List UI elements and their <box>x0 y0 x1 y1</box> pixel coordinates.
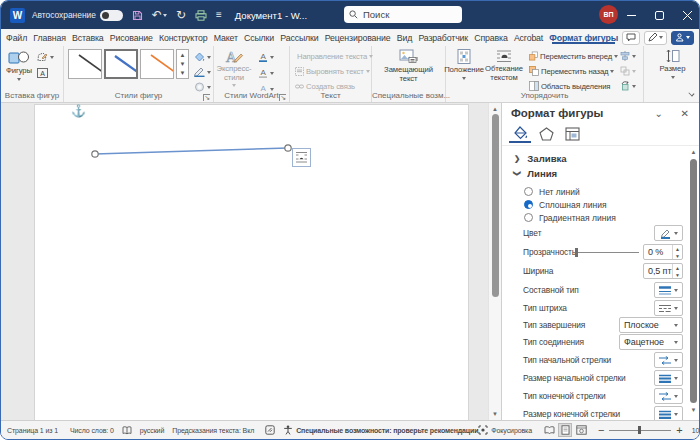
document-scrollbar-thumb[interactable] <box>492 114 499 297</box>
position-button[interactable]: Положение <box>446 46 482 92</box>
page-indicator[interactable]: Страница 1 из 1 <box>7 427 58 434</box>
zoom-out-button[interactable]: − <box>598 424 604 436</box>
word-logo-icon[interactable]: W <box>10 8 25 23</box>
panel-close-icon[interactable]: ✕ <box>681 108 689 119</box>
tab-design[interactable]: Конструктор <box>156 33 211 43</box>
shape-styles-dialog-launcher[interactable]: ↘ <box>203 94 210 101</box>
tab-mailings[interactable]: Рассылки <box>277 33 321 43</box>
selected-line-shape[interactable] <box>1 103 321 173</box>
scroll-down-icon[interactable]: ▼ <box>489 411 501 417</box>
language-indicator[interactable]: русский <box>140 427 164 434</box>
save-button[interactable] <box>132 10 143 21</box>
shape-styles-gallery-scroll[interactable]: ▲ ▼ ▼ <box>176 49 189 79</box>
panel-tab-fill-line[interactable] <box>509 124 531 143</box>
line-handle-end[interactable] <box>285 145 291 151</box>
transparency-slider-thumb[interactable] <box>575 248 578 257</box>
panel-scrollbar-thumb[interactable] <box>690 159 697 403</box>
tab-home[interactable]: Главная <box>30 33 69 43</box>
alt-text-button[interactable]: Замещающий текст <box>372 46 445 84</box>
read-mode-button[interactable] <box>542 423 556 437</box>
word-count[interactable]: Число слов: 0 <box>70 427 114 434</box>
shape-style-1[interactable] <box>68 49 102 79</box>
transparency-slider[interactable] <box>575 252 639 253</box>
tab-file[interactable]: Файл <box>3 33 30 43</box>
maximize-button[interactable] <box>647 1 671 29</box>
zoom-level[interactable]: 100 % <box>692 427 700 434</box>
undo-button[interactable]: ↶ <box>152 9 167 21</box>
web-layout-button[interactable] <box>574 423 588 437</box>
tab-layout[interactable]: Макет <box>211 33 241 43</box>
line-color-button[interactable] <box>654 225 683 241</box>
redo-button[interactable]: ↻ <box>176 9 186 21</box>
begin-arrow-type-dropdown[interactable] <box>654 352 683 368</box>
compound-type-dropdown[interactable] <box>654 282 683 298</box>
zoom-slider[interactable] <box>609 425 671 435</box>
minimize-button[interactable] <box>619 1 643 29</box>
tab-insert[interactable]: Вставка <box>69 33 107 43</box>
customize-quick-access-button[interactable]: ≡ <box>216 10 222 20</box>
text-predictions[interactable]: Предсказания текста: Вкл <box>172 427 254 434</box>
text-fill-button[interactable]: А <box>258 51 274 63</box>
tab-view[interactable]: Вид <box>394 33 416 43</box>
size-button[interactable]: Размер <box>644 46 700 79</box>
radio-no-line[interactable]: Нет линий <box>524 185 580 198</box>
send-backward-button[interactable]: Переместить назад <box>529 65 618 77</box>
shape-outline-button[interactable] <box>194 66 211 78</box>
transparency-spinbox[interactable]: 0 %▲▼ <box>643 244 683 260</box>
text-outline-button[interactable]: А <box>258 67 274 79</box>
panel-tab-layout-properties[interactable] <box>561 124 583 143</box>
panel-tab-effects[interactable] <box>535 124 557 143</box>
line-handle-start[interactable] <box>92 151 98 157</box>
panel-collapse-icon[interactable]: ⌄ <box>655 108 663 119</box>
text-box-button[interactable]: A <box>37 67 54 79</box>
text-direction-button[interactable]: Направление текста <box>295 50 371 62</box>
panel-scroll-up-icon[interactable]: ▲ <box>689 149 698 155</box>
cap-type-combo[interactable]: Плоское <box>619 317 683 333</box>
collapse-ribbon-icon[interactable] <box>688 90 694 96</box>
avatar[interactable]: ВП <box>599 5 618 24</box>
tab-review[interactable]: Рецензирование <box>322 33 394 43</box>
tab-help[interactable]: Справка <box>471 33 511 43</box>
autosave-toggle[interactable] <box>100 10 123 21</box>
tab-acrobat[interactable]: Acrobat <box>511 33 546 43</box>
search-input[interactable]: Поиск <box>344 6 462 23</box>
width-spinbox[interactable]: 0,5 пт▲▼ <box>643 263 683 279</box>
end-arrow-type-dropdown[interactable] <box>654 388 683 404</box>
print-layout-button[interactable] <box>558 423 572 437</box>
share-button[interactable] <box>671 31 694 45</box>
shape-style-2-selected[interactable] <box>104 49 138 79</box>
zoom-in-button[interactable]: + <box>676 424 682 436</box>
section-line[interactable]: ❯Линия <box>514 166 557 180</box>
join-type-combo[interactable]: Фацетное <box>619 334 683 350</box>
scroll-up-icon[interactable]: ▲ <box>489 106 501 112</box>
comments-button[interactable] <box>622 31 640 45</box>
proofing-icon[interactable] <box>122 426 132 435</box>
dash-type-dropdown[interactable] <box>654 300 683 316</box>
align-text-button[interactable]: Выровнять текст <box>295 65 371 77</box>
document-scrollbar[interactable]: ▲ ▼ <box>488 103 501 420</box>
close-button[interactable] <box>675 1 699 29</box>
edit-shape-button[interactable] <box>37 51 54 63</box>
editor-icon[interactable] <box>265 425 275 435</box>
shape-style-3[interactable] <box>140 49 174 79</box>
tab-developer[interactable]: Разработчик <box>415 33 471 43</box>
shapes-button[interactable]: Фигуры <box>1 46 37 81</box>
layout-options-button[interactable] <box>292 148 311 167</box>
quick-styles-button[interactable]: А Экспресс-стили <box>214 46 254 95</box>
align-objects-button[interactable] <box>620 50 636 62</box>
shape-fill-button[interactable] <box>194 51 211 63</box>
radio-solid-line[interactable]: Сплошная линия <box>524 198 606 211</box>
zoom-slider-thumb[interactable] <box>638 426 641 434</box>
tab-references[interactable]: Ссылки <box>241 33 277 43</box>
tab-shape-format[interactable]: Формат фигуры <box>546 33 621 43</box>
accessibility-status[interactable]: Специальные возможности: проверьте реком… <box>283 425 478 435</box>
group-objects-button[interactable] <box>620 65 636 77</box>
bring-forward-button[interactable]: Переместить вперед <box>529 50 618 62</box>
editing-mode-button[interactable] <box>644 31 667 45</box>
begin-arrow-size-dropdown[interactable] <box>654 370 683 386</box>
tab-draw[interactable]: Рисование <box>107 33 156 43</box>
quick-print-button[interactable] <box>195 10 207 21</box>
radio-gradient-line[interactable]: Градиентная линия <box>524 211 616 224</box>
section-fill[interactable]: ❯Заливка <box>514 151 567 165</box>
wrap-text-button[interactable]: Обтекание текстом <box>482 46 526 92</box>
